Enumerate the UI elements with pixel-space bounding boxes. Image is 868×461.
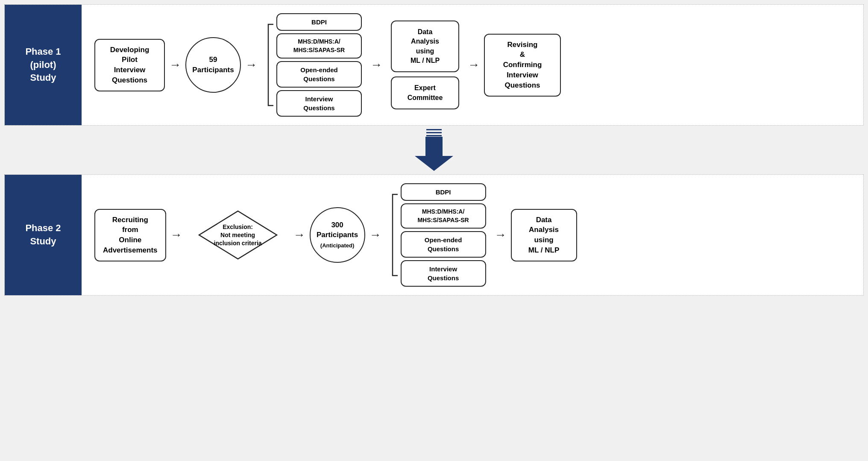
arrow8: →	[495, 228, 507, 242]
phase1-step1-box: DevelopingPilotInterviewQuestions	[94, 39, 165, 91]
phase2-mhs-box: MHS:D/MHS:A/MHS:S/SAPAS-SR	[401, 203, 486, 229]
phase1-row: Phase 1(pilot)Study DevelopingPilotInter…	[4, 4, 864, 126]
phase1-bracket-boxes: BDPI MHS:D/MHS:A/MHS:S/SAPAS-SR Open-end…	[276, 13, 362, 117]
phase2-content: RecruitingfromOnlineAdvertisements → Exc…	[82, 175, 863, 295]
arrow7: →	[369, 228, 381, 242]
down-arrow-line2	[426, 132, 442, 133]
down-arrow-line1	[426, 129, 442, 130]
phase2-bdpi-box: BDPI	[401, 183, 486, 201]
exclusion-diamond-text: Exclusion:Not meetinginclusion criteria	[214, 223, 262, 247]
phase2-step1-box: RecruitingfromOnlineAdvertisements	[94, 209, 166, 261]
phase2-bracket-group: BDPI MHS:D/MHS:A/MHS:S/SAPAS-SR Open-end…	[390, 183, 486, 287]
down-arrow	[415, 129, 453, 171]
arrow3: →	[370, 58, 382, 72]
svg-marker-0	[415, 137, 453, 171]
phase1-openended-box: Open-endedQuestions	[276, 61, 362, 88]
phase1-revising-box: Revising&ConfirmingInterviewQuestions	[484, 34, 561, 97]
phase1-participants-circle: 59Participants	[185, 37, 241, 93]
phase2-data-analysis-box: DataAnalysisusingML / NLP	[511, 209, 577, 261]
phase2-interview-box: InterviewQuestions	[401, 260, 486, 287]
phase1-mhs-box: MHS:D/MHS:A/MHS:S/SAPAS-SR	[276, 33, 362, 59]
phase2-diamond-wrapper: Exclusion:Not meetinginclusion criteria	[191, 205, 285, 265]
phase1-data-analysis-box: DataAnalysisusingML / NLP	[391, 21, 459, 73]
phase2-participants-circle: 300Participants(Anticipated)	[310, 207, 365, 263]
phase1-content: DevelopingPilotInterviewQuestions → 59Pa…	[82, 5, 863, 125]
phase1-bdpi-box: BDPI	[276, 13, 362, 31]
arrow2: →	[245, 58, 257, 72]
phase2-left-bracket-svg	[390, 192, 399, 278]
arrow5: →	[170, 228, 182, 242]
arrow4: →	[468, 58, 480, 72]
left-bracket-svg	[266, 22, 274, 108]
phase1-bracket-group: BDPI MHS:D/MHS:A/MHS:S/SAPAS-SR Open-end…	[266, 13, 362, 117]
phase1-expert-committee-box: ExpertCommittee	[391, 76, 459, 109]
phase1-interview-box: InterviewQuestions	[276, 90, 362, 117]
arrow6: →	[293, 228, 305, 242]
phase2-bracket-boxes: BDPI MHS:D/MHS:A/MHS:S/SAPAS-SR Open-end…	[401, 183, 486, 287]
phase1-label: Phase 1(pilot)Study	[5, 5, 82, 125]
phase2-label: Phase 2Study	[5, 175, 82, 295]
down-arrow-svg	[415, 137, 453, 171]
down-arrow-lines	[425, 129, 443, 137]
down-arrow-line3	[426, 135, 442, 136]
arrow1: →	[169, 58, 181, 72]
phase1-analysis-group: DataAnalysisusingML / NLP ExpertCommitte…	[391, 21, 459, 109]
phase2-row: Phase 2Study RecruitingfromOnlineAdverti…	[4, 174, 864, 296]
phase2-openended-box: Open-endedQuestions	[401, 231, 486, 258]
down-arrow-section	[4, 126, 864, 174]
